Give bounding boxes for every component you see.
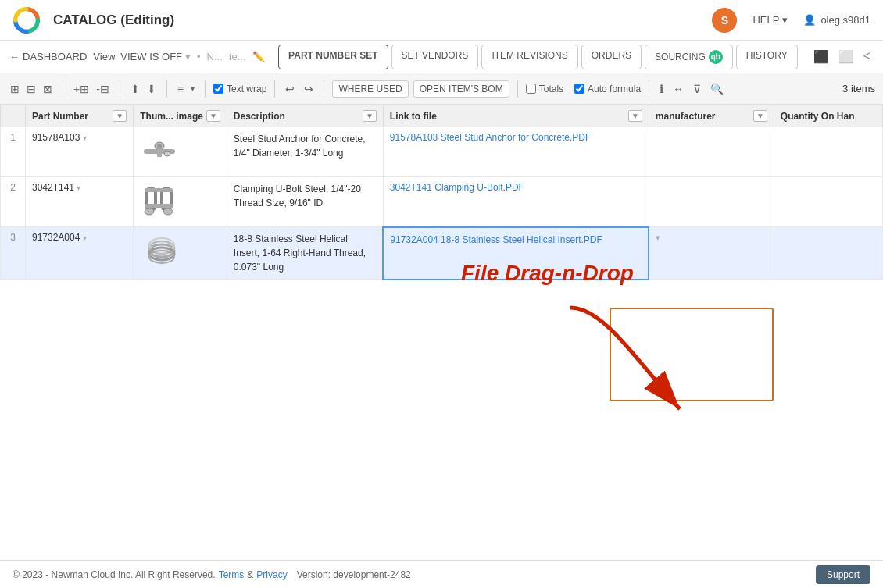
totals-checkbox[interactable]: Totals [526,84,563,94]
move-down-icon[interactable]: ⬇ [145,80,159,98]
breadcrumb-te: te... [229,51,246,62]
file-link-1[interactable]: 91578A103 Steel Stud Anchor for Concrete… [390,132,592,143]
svg-point-5 [164,151,170,156]
filter-icon[interactable]: ⊽ [691,80,703,98]
col-part-number[interactable]: Part Number ▼ [26,105,134,127]
support-button[interactable]: Support [816,565,870,584]
col-manufacturer[interactable]: manufacturer ▼ [649,105,774,127]
auto-formula-checkbox[interactable]: Auto formula [574,84,641,94]
file-link-cell-2[interactable]: 3042T141 Clamping U-Bolt.PDF [383,177,649,227]
svg-rect-4 [157,148,162,157]
breadcrumb-n: N... [207,51,223,62]
grid-icon[interactable]: ⊞ [8,80,22,98]
col-thumbnail[interactable]: Thum... image ▼ [134,105,227,127]
export-icon[interactable]: ⬜ [835,48,857,66]
share-icon[interactable]: < [860,48,874,66]
user-avatar: S [712,8,737,33]
open-bom-button[interactable]: OPEN ITEM'S BOM [413,80,509,98]
part-number-2[interactable]: 3042T141 ▾ [26,177,134,227]
expand-arrow-1[interactable]: ▾ [83,134,87,142]
description-1: Steel Stud Anchor for Concrete, 1/4" Dia… [227,127,383,177]
file-link-cell-3[interactable]: 91732A004 18-8 Stainless Steel Helical I… [383,227,649,280]
thumbnail-3 [134,227,227,280]
tab-sourcing[interactable]: SOURCING qb [645,45,733,69]
sourcing-badge: qb [709,50,723,64]
col-description[interactable]: Description ▼ [227,105,383,127]
manufacturer-filter[interactable]: ▼ [753,110,767,122]
qty-1[interactable] [774,127,882,177]
align-icon[interactable]: ≡ [175,80,186,98]
remove-row-icon[interactable]: -⊟ [94,80,112,98]
tab-history[interactable]: HISTORY [736,45,798,69]
file-link-cell-1[interactable]: 91578A103 Steel Stud Anchor for Concrete… [383,127,649,177]
where-used-button[interactable]: WHERE USED [332,80,408,98]
move-up-icon[interactable]: ⬆ [128,80,142,98]
thumbnail-image-3 [140,232,184,269]
dashboard-back-button[interactable]: ← DASHBOARD [9,51,87,62]
info-icon[interactable]: ℹ [657,80,666,98]
table-row: 3 91732A004 ▾ [1,227,883,280]
file-link-3[interactable]: 91732A004 18-8 Stainless Steel Helical I… [390,234,602,245]
edit-name-icon[interactable]: ✏️ [252,51,265,62]
svg-point-10 [145,208,154,215]
main-table-area: Part Number ▼ Thum... image ▼ [0,105,883,560]
manufacturer-1[interactable] [649,127,774,177]
add-row-icon[interactable]: +⊞ [71,80,91,98]
svg-point-11 [163,208,173,215]
thumbnail-image-2 [140,182,184,219]
thumbnail-image-1 [140,132,184,169]
app-title: CATALOG (Editing) [53,12,174,28]
qty-2[interactable] [774,177,882,227]
description-filter[interactable]: ▼ [363,110,377,122]
help-button[interactable]: HELP ▾ [746,11,794,29]
tab-item-revisions[interactable]: ITEM REVISIONS [481,45,577,69]
view-toggle[interactable]: View VIEW IS OFF ▾ [93,51,191,62]
footer-info: © 2023 - Newman Cloud Inc. All Right Res… [13,569,411,580]
app-logo [13,6,41,34]
col-link-to-file[interactable]: Link to file ▼ [383,105,649,127]
part-number-3[interactable]: 91732A004 ▾ [26,227,134,280]
file-link-2[interactable]: 3042T141 Clamping U-Bolt.PDF [390,182,524,193]
align-dropdown-icon[interactable]: ▾ [188,82,197,95]
user-info: 👤 oleg s98d1 [803,14,870,26]
part-number-1[interactable]: 91578A103 ▾ [26,127,134,177]
import-icon[interactable]: ⬛ [810,48,832,66]
svg-rect-8 [145,204,173,208]
breadcrumb-separator: • [197,51,201,62]
manufacturer-3[interactable]: ▾ [649,227,774,280]
description-2: Clamping U-Bolt Steel, 1/4"-20 Thread Si… [227,177,383,227]
svg-rect-9 [145,188,173,192]
link-filter[interactable]: ▼ [628,110,642,122]
row-num-1: 1 [1,127,26,177]
link-icon[interactable]: ↔ [670,80,686,98]
table-icon[interactable]: ⊟ [24,80,38,98]
redo-button[interactable]: ↪ [302,80,316,98]
row-num-3: 3 [1,227,26,280]
table-row: 1 91578A103 ▾ [1,127,883,177]
tab-part-number-set[interactable]: PART NUMBER SET [278,45,388,69]
tab-set-vendors[interactable]: SET VENDORS [391,45,479,69]
thumbnail-1 [134,127,227,177]
svg-point-3 [157,144,162,148]
thumbnail-2 [134,177,227,227]
terms-link[interactable]: Terms [219,569,245,580]
table-row: 2 3042T141 ▾ [1,177,883,227]
qty-3[interactable] [774,227,882,280]
part-number-filter[interactable]: ▼ [113,110,127,122]
undo-button[interactable]: ↩ [283,80,297,98]
description-3: 18-8 Stainless Steel Helical Insert, 1-6… [227,227,383,280]
tab-orders[interactable]: ORDERS [581,45,642,69]
text-wrap-checkbox[interactable]: Text wrap [213,84,266,94]
row-num-2: 2 [1,177,26,227]
expand-arrow-2[interactable]: ▾ [77,184,80,192]
privacy-link[interactable]: Privacy [256,569,287,580]
catalog-table: Part Number ▼ Thum... image ▼ [0,105,883,280]
search-icon[interactable]: 🔍 [708,80,726,98]
thumbnail-filter[interactable]: ▼ [206,110,220,122]
col-qty[interactable]: Quantity On Han [774,105,882,127]
col-row-num [1,105,26,127]
items-count: 3 items [842,83,875,94]
expand-arrow-3[interactable]: ▾ [83,233,87,242]
manufacturer-2[interactable] [649,177,774,227]
view-icon[interactable]: ⊠ [41,80,55,98]
